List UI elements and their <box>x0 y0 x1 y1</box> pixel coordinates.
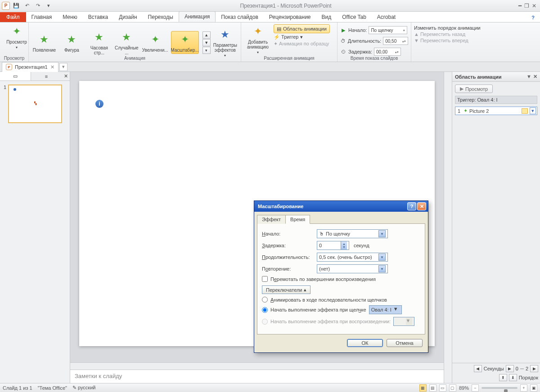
dlg-ok-button[interactable]: ОК <box>347 339 383 347</box>
gallery-down-icon[interactable]: ▼ <box>202 39 211 46</box>
slides-icon: ▭ <box>13 73 18 79</box>
canvas-vscroll[interactable] <box>444 72 452 383</box>
redo-icon[interactable]: ↷ <box>33 3 42 9</box>
zoom-out-icon[interactable]: − <box>472 384 479 392</box>
move-down-icon[interactable]: ⬇ <box>509 374 517 381</box>
scroll-right2-icon[interactable]: ▶ <box>530 365 538 372</box>
tab-acrobat[interactable]: Acrobat <box>372 12 401 22</box>
scroll-left-icon[interactable]: ◀ <box>474 365 482 372</box>
dlg-radio-sequence[interactable]: Анимировать в ходе последовательности ще… <box>262 297 420 303</box>
ribbon-tabs: Файл Главная Меню Вставка Дизайн Переход… <box>0 12 540 22</box>
save-icon[interactable]: 💾 <box>12 3 21 9</box>
thumbs-tab-outline[interactable]: ≡ <box>31 72 62 80</box>
move-forward-button[interactable]: ▼ Переместить вперед <box>414 38 537 43</box>
tab-insert[interactable]: Вставка <box>83 12 114 22</box>
notes-pane[interactable]: Заметки к слайду <box>70 370 444 383</box>
close-icon[interactable]: ✕ <box>532 3 536 9</box>
info-icon[interactable]: i <box>95 100 104 108</box>
chevron-down-icon: ▼ <box>406 318 412 325</box>
gallery-up-icon[interactable]: ▲ <box>202 31 211 39</box>
chevron-down-icon[interactable]: ▼ <box>378 254 386 261</box>
minimize-icon[interactable]: ━ <box>518 3 522 9</box>
chevron-down-icon[interactable]: ▼ <box>378 265 386 272</box>
view-sorter-icon[interactable]: ▤ <box>429 384 436 392</box>
close-tab-icon[interactable]: ✕ <box>50 64 54 70</box>
animation-pane-button[interactable]: ▤Область анимации <box>274 24 330 33</box>
fit-icon[interactable]: ▣ <box>530 384 537 392</box>
tab-slideshow[interactable]: Показ слайдов <box>216 12 264 22</box>
view-slideshow-icon[interactable]: ▢ <box>449 384 456 392</box>
view-reading-icon[interactable]: ▭ <box>439 384 446 392</box>
item-menu-icon[interactable]: ▾ <box>530 107 536 114</box>
document-tab[interactable]: P Презентация1 ✕ <box>2 62 58 72</box>
dialog-tab-timing[interactable]: Время <box>285 215 310 224</box>
trigger-button[interactable]: ⚡ Триггер ▾ <box>274 34 330 40</box>
view-normal-icon[interactable]: ▦ <box>419 384 427 392</box>
status-bar: Слайд 1 из 1 "Тема Office" ✎ русский ▦ ▤… <box>0 383 540 392</box>
collapse-icon: ▴ <box>304 287 306 293</box>
dialog-titlebar[interactable]: Масштабирование ? ✕ <box>254 201 428 212</box>
pane-animation-item[interactable]: 1 ✦ Picture 2 ▾ <box>455 107 537 115</box>
add-animation-button[interactable]: ✦Добавить анимацию▾ <box>244 23 272 55</box>
effect-clock[interactable]: ★Часовая стр... <box>86 29 112 56</box>
qat-dropdown-icon[interactable]: ▾ <box>44 3 53 9</box>
tab-review[interactable]: Рецензирование <box>264 12 316 22</box>
delay-field[interactable]: 00,00▴▾ <box>374 48 401 56</box>
dlg-radio-onclick[interactable]: Начать выполнение эффекта при щелчке Ова… <box>262 305 420 314</box>
zoom-label: 89% <box>459 385 469 391</box>
dlg-cancel-button[interactable]: Отмена <box>387 339 423 347</box>
powerpoint-icon: P <box>6 64 12 70</box>
tab-menu[interactable]: Меню <box>57 12 82 22</box>
effect-shape[interactable]: ★Фигура <box>59 31 85 53</box>
chevron-down-icon[interactable]: ▼ <box>378 230 386 237</box>
dlg-start-select[interactable]: 🖱По щелчку▼ <box>317 229 388 238</box>
undo-icon[interactable]: ↶ <box>22 3 32 9</box>
dlg-rewind-checkbox[interactable]: Перемотать по завершении воспроизведения <box>262 276 420 282</box>
zoom-in-icon[interactable]: + <box>520 384 527 392</box>
pane-menu-icon[interactable]: ▼ <box>526 74 531 80</box>
dlg-duration-select[interactable]: 0,5 сек. (очень быстро)▼ <box>317 253 388 262</box>
thumbs-tab-slides[interactable]: ▭ <box>0 72 31 80</box>
dialog-help-icon[interactable]: ? <box>407 202 416 210</box>
title-bar: P 💾 ↶ ↷ ▾ Презентация1 - Microsoft Power… <box>0 0 540 12</box>
tab-transitions[interactable]: Переходы <box>143 12 179 22</box>
dlg-onclick-select[interactable]: Овал 4: I▼ <box>369 305 402 314</box>
scroll-right-icon[interactable]: ▶ <box>506 365 514 372</box>
effect-random[interactable]: ★Случайные ... <box>114 29 140 56</box>
dlg-repeat-select[interactable]: (нет)▼ <box>317 264 388 273</box>
effect-zoom[interactable]: ✦Масштабир... <box>171 31 199 54</box>
pane-close-icon[interactable]: ✕ <box>533 74 537 80</box>
tab-home[interactable]: Главная <box>26 12 58 22</box>
move-up-icon[interactable]: ⬆ <box>499 374 507 381</box>
pane-play-button[interactable]: ▶Просмотр <box>455 85 493 93</box>
effect-appear[interactable]: ★Появление <box>32 31 57 53</box>
dlg-delay-spinner[interactable]: 0▲▼ <box>317 241 349 250</box>
dialog-tab-effect[interactable]: Эффект <box>257 215 286 224</box>
move-back-button[interactable]: ▲ Переместить назад <box>414 31 537 37</box>
slide-canvas-area: i Масштабирование ? ✕ Эффект Время <box>70 72 444 383</box>
help-icon[interactable]: ? <box>530 13 536 22</box>
new-tab-button[interactable]: ▾ <box>59 63 68 71</box>
file-tab[interactable]: Файл <box>0 12 26 22</box>
canvas-hscroll[interactable] <box>70 362 444 370</box>
restore-icon[interactable]: ❐ <box>524 3 529 9</box>
painter-button[interactable]: ✦ Анимация по образцу <box>274 41 330 47</box>
tab-office[interactable]: Office Tab <box>337 12 372 22</box>
star-icon: ★ <box>119 30 134 45</box>
chevron-down-icon[interactable]: ▼ <box>393 306 400 313</box>
tab-design[interactable]: Дизайн <box>113 12 142 22</box>
tab-view[interactable]: Вид <box>316 12 337 22</box>
effect-grow[interactable]: ✦Увеличени... <box>141 31 169 53</box>
tab-animation[interactable]: Анимация <box>179 11 216 22</box>
effect-options-button[interactable]: ★Параметры эффектов▾ <box>212 27 238 58</box>
thumbs-close[interactable]: ✕ <box>62 72 70 80</box>
dlg-triggers-toggle[interactable]: Переключатели ▴ <box>262 285 310 294</box>
preview-button[interactable]: ✦ Просмотр ▾ <box>3 23 31 50</box>
duration-field[interactable]: 00,50▴▾ <box>383 37 408 45</box>
gallery-more-icon[interactable]: ▾ <box>202 47 211 54</box>
zoom-slider[interactable] <box>482 387 518 389</box>
dialog-close-icon[interactable]: ✕ <box>417 202 426 210</box>
start-select[interactable]: По щелчку▾ <box>369 26 407 34</box>
status-lang[interactable]: ✎ русский <box>72 385 96 391</box>
slide-thumbnail[interactable]: 1 ▚ <box>4 85 66 123</box>
